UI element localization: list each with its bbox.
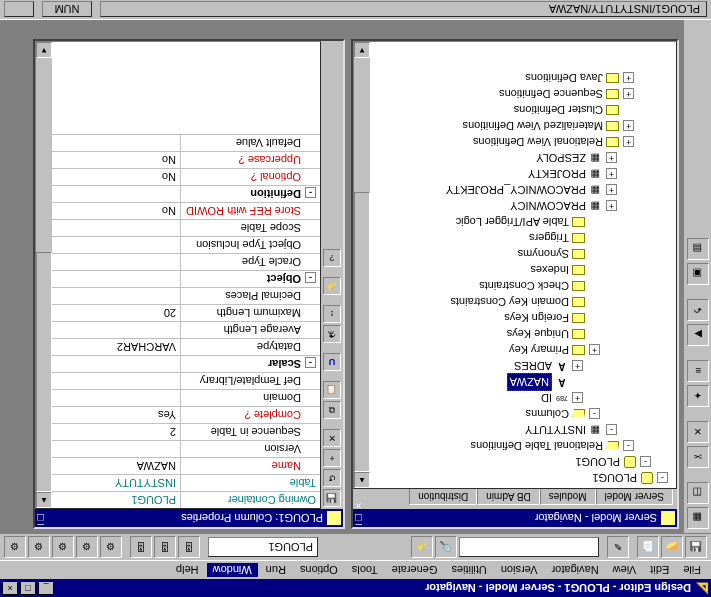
property-value[interactable] <box>36 441 180 457</box>
expand-toggle[interactable]: - <box>589 409 600 420</box>
tree-label[interactable]: Table API/Trigger Logic <box>456 214 569 230</box>
tree-item[interactable]: +ID <box>354 390 676 406</box>
ptool-sort-icon[interactable]: ↕ <box>323 305 341 323</box>
ptool-copy-icon[interactable]: ⧉ <box>323 401 341 419</box>
menu-file[interactable]: File <box>677 563 707 577</box>
tree-item[interactable]: +▦PRACOWNICY_PROJEKTY <box>354 182 676 198</box>
tree-item[interactable]: +▦PROJEKTY <box>354 166 676 182</box>
tree-label[interactable]: PRACOWNICY <box>510 198 586 214</box>
expand-toggle[interactable]: - <box>640 457 651 468</box>
tree-label[interactable]: PRACOWNICY_PROJEKTY <box>446 182 586 198</box>
ptool-add-icon[interactable]: + <box>323 449 341 467</box>
tree-label[interactable]: Java Definitions <box>525 70 603 86</box>
tool-open-icon[interactable]: 📂 <box>661 536 683 558</box>
tab-distribution[interactable]: Distribution <box>409 489 477 505</box>
tool-wand-icon[interactable]: ✨ <box>411 536 433 558</box>
ptool-del-icon[interactable]: ✕ <box>323 429 341 447</box>
tree-item[interactable]: Cluster Definitions <box>354 102 676 118</box>
tree-item[interactable]: +Java Definitions <box>354 70 676 86</box>
tab-server-model[interactable]: Server Model <box>596 489 673 505</box>
tree-item[interactable]: -PLOUG1 <box>354 470 676 486</box>
property-row[interactable]: NameNAZWA <box>36 457 320 474</box>
property-value[interactable]: Yes <box>36 407 180 423</box>
expand-toggle[interactable]: + <box>623 89 634 100</box>
tree-label[interactable]: Indexes <box>530 262 569 278</box>
tool-gen5-icon[interactable]: ⚙ <box>4 536 26 558</box>
vtool-wizard-icon[interactable]: ✦ <box>687 385 709 407</box>
minimize-button[interactable]: _ <box>38 581 54 595</box>
tool-edit-icon[interactable]: ✎ <box>607 536 629 558</box>
property-value[interactable]: No <box>36 203 180 219</box>
menu-view[interactable]: View <box>607 563 643 577</box>
expand-toggle[interactable]: + <box>606 201 617 212</box>
property-value[interactable] <box>36 220 180 236</box>
property-row[interactable]: Uppercase ?No <box>36 151 320 168</box>
property-row[interactable]: Average Length <box>36 321 320 338</box>
tree-label[interactable]: Sequence Definitions <box>499 86 603 102</box>
tree-label[interactable]: NAZWA <box>507 373 552 391</box>
tree-label[interactable]: Columns <box>526 406 569 422</box>
property-value[interactable]: 2 <box>36 424 180 440</box>
property-value[interactable] <box>36 135 180 151</box>
tree-label[interactable]: Triggers <box>529 230 569 246</box>
property-value[interactable] <box>36 390 180 406</box>
menu-generate[interactable]: Generate <box>386 563 444 577</box>
navigator-tree[interactable]: -PLOUG1-PLOUG1-Relational Table Definiti… <box>353 41 677 489</box>
expand-toggle[interactable]: + <box>623 121 634 132</box>
property-row[interactable]: Complete ?Yes <box>36 406 320 423</box>
close-button[interactable]: × <box>2 581 18 595</box>
tree-label[interactable]: ZESPOLY <box>536 150 586 166</box>
expand-toggle[interactable]: + <box>606 153 617 164</box>
property-row[interactable]: Def Template/Library Obje <box>36 372 320 389</box>
property-value[interactable]: INSTYTUTY <box>36 475 180 491</box>
property-value[interactable]: 20 <box>36 305 180 321</box>
property-value[interactable] <box>36 356 180 372</box>
section-toggle[interactable]: - <box>305 187 316 198</box>
property-row[interactable]: Decimal Places <box>36 287 320 304</box>
tree-item[interactable]: +▦ZESPOLY <box>354 150 676 166</box>
vtool-run-icon[interactable]: ▶ <box>687 324 709 346</box>
property-row[interactable]: -Scalar <box>36 355 320 372</box>
tree-label[interactable]: Relational View Definitions <box>473 134 603 150</box>
property-value[interactable]: PLOUG1 <box>36 492 180 508</box>
toolbar-context-combo[interactable]: PLOUG1 <box>208 537 318 557</box>
vtool-undo-icon[interactable]: ↶ <box>687 299 709 321</box>
menu-run[interactable]: Run <box>260 563 292 577</box>
tool-find-icon[interactable]: 🔍 <box>435 536 457 558</box>
scroll-thumb[interactable] <box>354 192 370 472</box>
vtool-nav-icon[interactable]: ▦ <box>687 507 709 529</box>
tab-db-admin[interactable]: DB Admin <box>477 489 539 505</box>
tab-modules[interactable]: Modules <box>540 489 596 505</box>
expand-toggle[interactable]: - <box>623 441 634 452</box>
tree-label[interactable]: PLOUG1 <box>575 454 620 470</box>
menu-tools[interactable]: Tools <box>346 563 384 577</box>
tree-label[interactable]: Domain Key Constraints <box>450 294 569 310</box>
property-row[interactable]: Sequence in Table2 <box>36 423 320 440</box>
tool-gen4-icon[interactable]: ⚙ <box>28 536 50 558</box>
tool-gen3-icon[interactable]: ⚙ <box>52 536 74 558</box>
section-toggle[interactable]: - <box>305 357 316 368</box>
property-row[interactable]: Store REF with ROWIDNo <box>36 202 320 219</box>
tree-item[interactable]: +ADRES <box>354 358 676 374</box>
pscroll-up-icon[interactable]: ▲ <box>36 492 52 508</box>
property-value[interactable] <box>36 288 180 304</box>
property-row[interactable]: -Object <box>36 270 320 287</box>
property-row[interactable]: Default Value <box>36 134 320 151</box>
vtool-diagram-icon[interactable]: ◫ <box>687 482 709 504</box>
property-row[interactable]: Scope Table <box>36 219 320 236</box>
tool-db2-icon[interactable]: 🗄 <box>154 536 176 558</box>
menu-window[interactable]: Window <box>207 563 258 577</box>
property-value[interactable] <box>36 271 180 287</box>
property-row[interactable]: Domain <box>36 389 320 406</box>
tool-gen2-icon[interactable]: ⚙ <box>76 536 98 558</box>
property-value[interactable]: NAZWA <box>36 458 180 474</box>
tree-item[interactable]: Triggers <box>354 230 676 246</box>
tool-db1-icon[interactable]: 🗄 <box>178 536 200 558</box>
tree-item[interactable]: NAZWA <box>354 374 676 390</box>
maximize-button[interactable]: □ <box>20 581 36 595</box>
tree-item[interactable]: -PLOUG1 <box>354 454 676 470</box>
property-value[interactable] <box>36 237 180 253</box>
scroll-up-icon[interactable]: ▲ <box>354 472 370 488</box>
scroll-down-icon[interactable]: ▼ <box>354 42 370 58</box>
expand-toggle[interactable]: + <box>623 137 634 148</box>
